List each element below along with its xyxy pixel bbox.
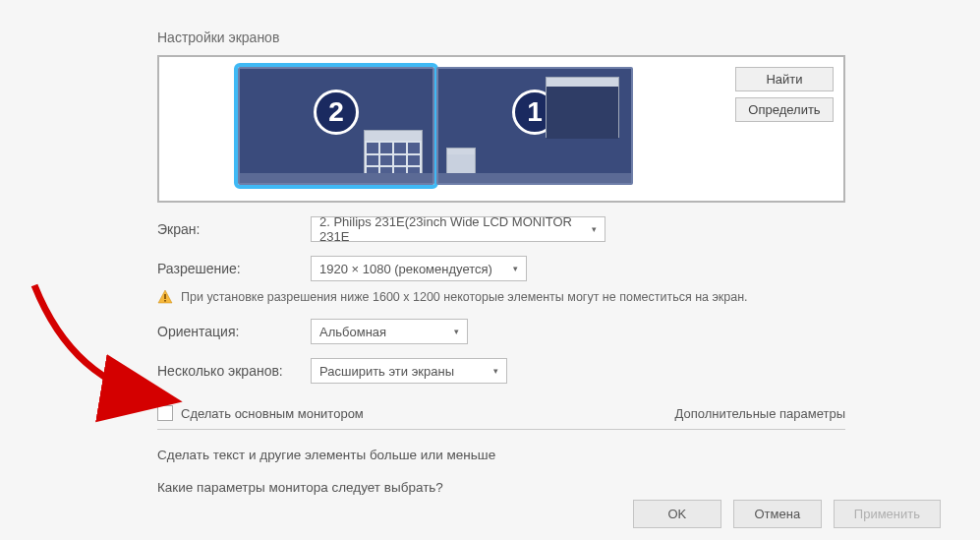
monitor-2-number: 2 — [314, 90, 359, 135]
cancel-button[interactable]: Отмена — [733, 500, 822, 528]
resolution-label: Разрешение: — [157, 261, 311, 276]
warning-icon — [157, 289, 173, 305]
media-window-icon — [546, 77, 619, 138]
orientation-label: Ориентация: — [157, 324, 311, 339]
multiple-displays-select[interactable]: Расширить эти экраны ▾ — [311, 358, 507, 384]
screen-label: Экран: — [157, 221, 311, 237]
divider — [157, 429, 845, 430]
screen-select[interactable]: 2. Philips 231E(23inch Wide LCD MONITOR … — [311, 216, 605, 242]
resolution-select-value: 1920 × 1080 (рекомендуется) — [319, 262, 492, 276]
screen-select-value: 2. Philips 231E(23inch Wide LCD MONITOR … — [319, 214, 582, 244]
advanced-settings-link[interactable]: Дополнительные параметры — [674, 406, 845, 421]
chevron-down-icon: ▾ — [592, 224, 597, 234]
svg-rect-1 — [164, 294, 166, 299]
monitor-help-link[interactable]: Какие параметры монитора следует выбрать… — [157, 480, 845, 495]
monitor-2[interactable]: 2 — [238, 67, 434, 185]
resolution-select[interactable]: 1920 × 1080 (рекомендуется) ▾ — [311, 256, 527, 281]
resolution-warning-text: При установке разрешения ниже 1600 x 120… — [181, 290, 748, 304]
orientation-select-value: Альбомная — [319, 325, 386, 339]
multiple-displays-label: Несколько экранов: — [157, 363, 311, 379]
apply-button: Применить — [834, 500, 941, 528]
multiple-displays-value: Расширить эти экраны — [319, 364, 454, 379]
chevron-down-icon: ▾ — [454, 327, 459, 336]
orientation-select[interactable]: Альбомная ▾ — [311, 319, 468, 344]
identify-button[interactable]: Определить — [735, 97, 834, 122]
primary-monitor-checkbox[interactable] — [157, 405, 173, 421]
chevron-down-icon: ▾ — [513, 264, 518, 273]
svg-rect-2 — [164, 300, 166, 302]
primary-monitor-label: Сделать основным монитором — [181, 406, 364, 421]
text-size-link[interactable]: Сделать текст и другие элементы больше и… — [157, 448, 845, 462]
chevron-down-icon: ▾ — [493, 366, 498, 376]
section-title: Настройки экранов — [157, 30, 845, 45]
ok-button[interactable]: OK — [633, 500, 721, 528]
display-arrangement-area[interactable]: 2 1 Найти Определить — [157, 55, 845, 203]
monitor-1[interactable]: 1 — [436, 67, 633, 185]
find-button[interactable]: Найти — [735, 67, 834, 91]
